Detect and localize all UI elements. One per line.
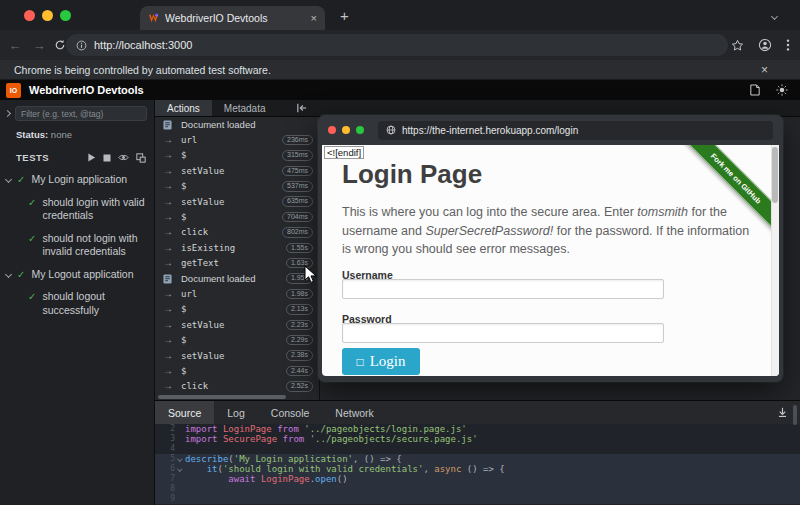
test-item[interactable]: ✓should login with valid credentials bbox=[6, 196, 150, 223]
code-line: 8 bbox=[155, 484, 800, 494]
action-row[interactable]: →$315ms bbox=[155, 148, 319, 163]
action-row[interactable]: →setValue2.38s bbox=[155, 348, 319, 363]
action-row[interactable]: →getText1.63s bbox=[155, 256, 319, 271]
devices-icon[interactable] bbox=[136, 153, 146, 163]
action-row[interactable]: →setValue635ms bbox=[155, 194, 319, 209]
command-arrow-icon: → bbox=[163, 166, 174, 176]
test-item[interactable]: ✓My Logout application bbox=[6, 268, 150, 282]
tab-actions[interactable]: Actions bbox=[155, 100, 212, 116]
action-row[interactable]: →$2.29s bbox=[155, 332, 319, 347]
command-arrow-icon: → bbox=[163, 243, 174, 253]
fold-chevron-icon[interactable] bbox=[175, 457, 185, 461]
action-label: setValue bbox=[181, 166, 275, 176]
tab-close-icon[interactable]: × bbox=[311, 12, 317, 24]
tab-search-button[interactable] bbox=[764, 8, 784, 24]
action-duration-badge: 1.98s bbox=[286, 289, 313, 300]
tab-title: WebdriverIO Devtools bbox=[165, 12, 305, 24]
tab-source[interactable]: Source bbox=[155, 401, 214, 424]
tab-console[interactable]: Console bbox=[258, 401, 323, 424]
action-row[interactable]: →isExisting1.55s bbox=[155, 240, 319, 255]
close-window-button[interactable] bbox=[24, 10, 35, 21]
profile-avatar-icon[interactable] bbox=[758, 38, 772, 52]
code-text: import LoginPage from '../pageobjects/lo… bbox=[185, 424, 467, 434]
minimize-window-button[interactable] bbox=[42, 10, 53, 21]
forward-button[interactable]: → bbox=[30, 38, 48, 53]
banner-close-icon[interactable]: × bbox=[761, 63, 768, 77]
password-input[interactable] bbox=[342, 323, 664, 343]
code-line: 2import LoginPage from '../pageobjects/l… bbox=[155, 424, 800, 434]
action-row[interactable]: →setValue2.23s bbox=[155, 317, 319, 332]
theme-sun-icon[interactable] bbox=[776, 84, 788, 96]
filter-input[interactable] bbox=[15, 106, 147, 121]
stop-icon[interactable] bbox=[103, 154, 111, 162]
action-row[interactable]: →$537ms bbox=[155, 179, 319, 194]
login-button[interactable]: □ Login bbox=[342, 348, 420, 375]
fold-chevron-icon[interactable] bbox=[175, 467, 185, 471]
sidebar: Status: none TESTS ✓My Login application… bbox=[0, 100, 155, 505]
new-tab-button[interactable]: + bbox=[340, 8, 349, 23]
play-icon[interactable] bbox=[87, 153, 96, 162]
page-scrollbar-thumb[interactable] bbox=[772, 147, 778, 203]
action-row[interactable]: →$2.13s bbox=[155, 302, 319, 317]
chevron-down-icon[interactable] bbox=[5, 270, 12, 277]
code-line: 6 it('should login with valid credential… bbox=[155, 464, 800, 474]
watch-icon[interactable] bbox=[118, 153, 129, 162]
info-icon[interactable] bbox=[76, 40, 87, 51]
address-bar[interactable]: http://localhost:3000 bbox=[66, 34, 728, 56]
collapse-left-icon bbox=[296, 103, 308, 113]
url-text[interactable]: http://localhost:3000 bbox=[94, 39, 192, 51]
actions-list: Document loaded→url236ms→$315ms→setValue… bbox=[155, 117, 320, 400]
action-label: setValue bbox=[181, 320, 279, 330]
test-item[interactable]: ✓should logout successfully bbox=[6, 290, 150, 317]
tab-log[interactable]: Log bbox=[214, 401, 258, 424]
page-scrollbar-track[interactable] bbox=[771, 145, 779, 376]
browser-tab[interactable]: WebdriverIO Devtools × bbox=[140, 6, 325, 30]
source-code-view[interactable]: 2import LoginPage from '../pageobjects/l… bbox=[155, 424, 800, 505]
status-value: none bbox=[51, 129, 72, 140]
test-item[interactable]: ✓should not login with invalid credentia… bbox=[6, 232, 150, 259]
tab-metadata[interactable]: Metadata bbox=[212, 100, 278, 116]
command-arrow-icon: → bbox=[163, 320, 174, 330]
username-input[interactable] bbox=[342, 279, 664, 299]
action-duration-badge: 2.29s bbox=[286, 335, 313, 346]
tab-network[interactable]: Network bbox=[322, 401, 387, 424]
command-arrow-icon: → bbox=[163, 335, 174, 345]
action-row[interactable]: Document loaded bbox=[155, 117, 319, 132]
report-file-icon[interactable] bbox=[750, 84, 760, 96]
preview-minimize-button[interactable] bbox=[342, 126, 350, 134]
line-number: 9 bbox=[155, 494, 175, 504]
actions-horizontal-scrollbar[interactable] bbox=[158, 395, 286, 399]
action-duration-badge: 537ms bbox=[282, 181, 313, 192]
command-arrow-icon: → bbox=[163, 212, 174, 222]
bookmark-star-icon[interactable] bbox=[731, 39, 744, 52]
automation-banner: Chrome is being controlled by automated … bbox=[0, 60, 800, 80]
line-number: 4 bbox=[155, 444, 175, 454]
line-number: 6 bbox=[155, 464, 175, 474]
back-button[interactable]: ← bbox=[6, 38, 24, 53]
action-row[interactable]: Document loaded1.95s bbox=[155, 271, 319, 286]
devtools-header-actions bbox=[750, 84, 800, 96]
collapse-panel-button[interactable] bbox=[296, 100, 308, 116]
command-arrow-icon: → bbox=[163, 135, 174, 145]
action-row[interactable]: →$2.44s bbox=[155, 363, 319, 378]
action-row[interactable]: →setValue475ms bbox=[155, 163, 319, 178]
sidebar-collapse-icon[interactable] bbox=[4, 110, 11, 117]
action-row[interactable]: →click802ms bbox=[155, 225, 319, 240]
preview-address-bar[interactable]: https://the-internet.herokuapp.com/login bbox=[378, 121, 773, 140]
preview-close-button[interactable] bbox=[328, 126, 336, 134]
code-line: 7 await LoginPage.open() bbox=[155, 474, 800, 484]
maximize-window-button[interactable] bbox=[60, 10, 71, 21]
action-row[interactable]: →url1.98s bbox=[155, 286, 319, 301]
action-row[interactable]: →$704ms bbox=[155, 209, 319, 224]
command-arrow-icon: → bbox=[163, 197, 174, 207]
action-row[interactable]: →url236ms bbox=[155, 132, 319, 147]
test-item-label: should logout successfully bbox=[42, 290, 150, 317]
action-row[interactable]: →click2.52s bbox=[155, 379, 319, 394]
mouse-cursor bbox=[304, 265, 317, 284]
menu-dots-icon[interactable] bbox=[786, 38, 790, 52]
preview-maximize-button[interactable] bbox=[356, 126, 364, 134]
chevron-down-icon[interactable] bbox=[5, 176, 12, 183]
action-duration-badge: 635ms bbox=[282, 196, 313, 207]
test-item[interactable]: ✓My Login application bbox=[6, 173, 150, 187]
code-scrollbar-thumb[interactable] bbox=[793, 405, 797, 425]
